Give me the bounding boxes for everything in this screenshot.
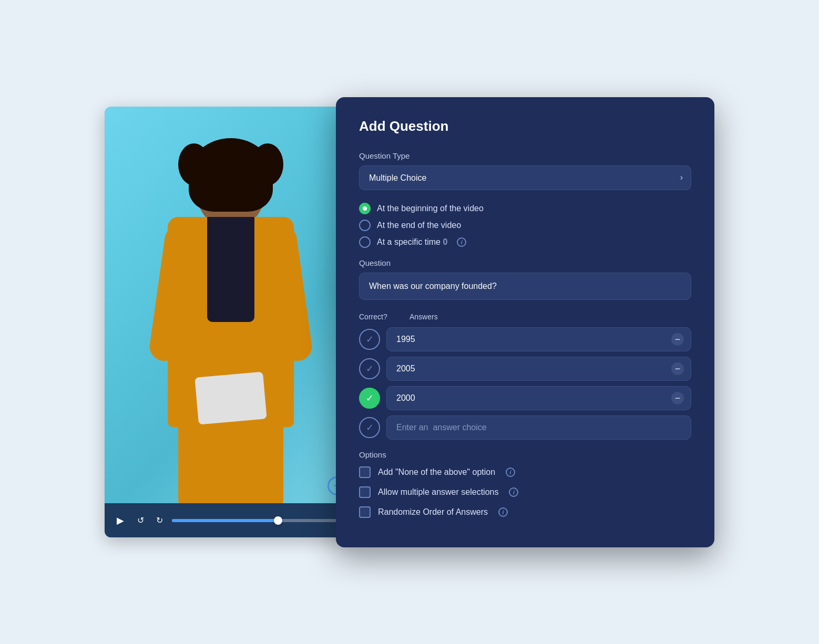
- radio-specific-time[interactable]: At a specific time 0 i: [359, 236, 691, 248]
- progress-knob[interactable]: [274, 516, 282, 525]
- timing-radio-group: At the beginning of the video At the end…: [359, 203, 691, 248]
- question-section-label: Question: [359, 258, 691, 267]
- answers-header: Correct? Answers: [359, 313, 691, 321]
- radio-beginning[interactable]: At the beginning of the video: [359, 203, 691, 214]
- checkmark-icon-1: ✓: [366, 334, 374, 345]
- randomize-info-icon[interactable]: i: [498, 507, 508, 517]
- play-button[interactable]: ▶: [113, 513, 128, 528]
- radio-circle-specific: [359, 236, 371, 248]
- modal-title: Add Question: [359, 118, 691, 134]
- question-input[interactable]: [359, 273, 691, 300]
- radio-end[interactable]: At the end of the video: [359, 220, 691, 231]
- answer-input-2[interactable]: [386, 357, 691, 381]
- answer-check-btn-2[interactable]: ✓: [359, 358, 380, 379]
- question-input-wrapper: Question: [359, 258, 691, 300]
- question-type-label: Question Type: [359, 151, 691, 160]
- none-above-info-icon[interactable]: i: [506, 468, 515, 477]
- checkbox-multiple-answers[interactable]: [359, 486, 371, 498]
- person-body: [168, 217, 294, 427]
- video-controls-bar: ▶ ↺ ↻: [105, 503, 357, 537]
- option-label-none-above: Add "None of the above" option: [378, 468, 495, 477]
- redo-button[interactable]: ↻: [153, 514, 166, 527]
- answer-input-wrapper-1: −: [386, 327, 691, 351]
- answer-row-4: ✓: [359, 416, 691, 440]
- answer-input-wrapper-3: −: [386, 386, 691, 410]
- video-background: [105, 107, 357, 537]
- answer-row-3: ✓ −: [359, 386, 691, 410]
- question-type-dropdown-wrapper: Multiple Choice True/False Short Answer …: [359, 165, 691, 190]
- question-type-select[interactable]: Multiple Choice True/False Short Answer …: [359, 165, 691, 190]
- remove-answer-btn-1[interactable]: −: [671, 333, 684, 346]
- checkmark-icon-4: ✓: [366, 422, 374, 433]
- undo-button[interactable]: ↺: [134, 514, 147, 527]
- answer-row-2: ✓ −: [359, 357, 691, 381]
- checkmark-icon-2: ✓: [366, 363, 374, 375]
- radio-label-specific: At a specific time 0: [377, 237, 447, 247]
- answer-input-1[interactable]: [386, 327, 691, 351]
- options-title: Options: [359, 450, 691, 459]
- option-label-randomize: Randomize Order of Answers: [378, 507, 488, 517]
- radio-circle-beginning: [359, 203, 371, 214]
- radio-label-beginning: At the beginning of the video: [377, 204, 484, 213]
- radio-label-end: At the end of the video: [377, 221, 461, 230]
- option-label-multiple-answers: Allow multiple answer selections: [378, 487, 498, 497]
- answer-input-4[interactable]: [386, 416, 691, 440]
- option-none-above[interactable]: Add "None of the above" option i: [359, 466, 691, 478]
- remove-answer-btn-2[interactable]: −: [671, 362, 684, 375]
- undo-icon: ↺: [137, 515, 144, 525]
- correct-column-label: Correct?: [359, 313, 401, 321]
- remove-answer-btn-3[interactable]: −: [671, 392, 684, 404]
- options-section: Options Add "None of the above" option i…: [359, 450, 691, 518]
- answer-input-3[interactable]: [386, 386, 691, 410]
- multiple-answers-info-icon[interactable]: i: [509, 487, 518, 497]
- video-person: [147, 149, 315, 506]
- answer-row-1: ✓ −: [359, 327, 691, 351]
- answer-input-wrapper-2: −: [386, 357, 691, 381]
- person-laptop: [194, 372, 267, 425]
- progress-bar-fill: [172, 519, 278, 522]
- person-hair: [189, 138, 273, 212]
- radio-circle-end: [359, 220, 371, 231]
- option-randomize[interactable]: Randomize Order of Answers i: [359, 506, 691, 518]
- option-multiple-answers[interactable]: Allow multiple answer selections i: [359, 486, 691, 498]
- answer-input-wrapper-4: [386, 416, 691, 440]
- answer-check-btn-1[interactable]: ✓: [359, 329, 380, 350]
- play-icon: ▶: [117, 515, 124, 526]
- answers-column-label: Answers: [401, 313, 691, 321]
- checkmark-icon-3: ✓: [366, 392, 374, 404]
- checkbox-randomize[interactable]: [359, 506, 371, 518]
- add-question-modal: Add Question Question Type Multiple Choi…: [336, 97, 714, 547]
- answers-section: Correct? Answers ✓ − ✓: [359, 313, 691, 440]
- video-player: + ▶ ↺ ↻: [105, 107, 357, 537]
- progress-bar[interactable]: [172, 519, 349, 522]
- checkbox-none-above[interactable]: [359, 466, 371, 478]
- answer-check-btn-3[interactable]: ✓: [359, 388, 380, 409]
- answer-check-btn-4[interactable]: ✓: [359, 417, 380, 438]
- person-legs: [178, 422, 283, 506]
- redo-icon: ↻: [156, 515, 163, 525]
- specific-time-info-icon[interactable]: i: [457, 237, 466, 247]
